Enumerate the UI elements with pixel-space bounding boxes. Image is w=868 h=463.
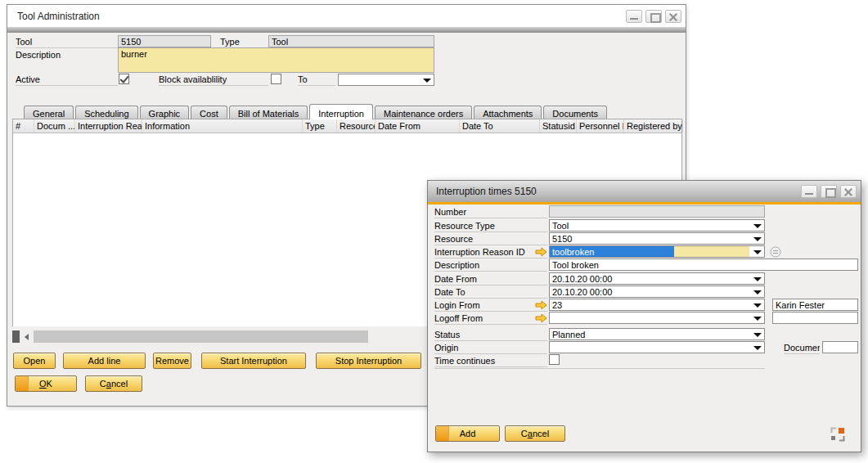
dialog-maximize-icon[interactable] bbox=[821, 185, 837, 198]
add-line-button[interactable]: Add line bbox=[63, 353, 146, 369]
column-header-registered-by[interactable]: Registered by bbox=[624, 119, 683, 133]
dropdown-icon[interactable] bbox=[753, 316, 762, 321]
tab-bar: General Scheduling Graphic Cost Bill of … bbox=[24, 104, 677, 119]
logoff-from-dropdown[interactable] bbox=[549, 312, 765, 324]
tab-maintenance-orders[interactable]: Maintenance orders bbox=[375, 106, 472, 119]
date-to-dropdown[interactable]: 20.10.20 00:00 bbox=[549, 285, 765, 298]
status-label: Status bbox=[434, 330, 547, 341]
dropdown-icon[interactable] bbox=[753, 276, 762, 282]
date-from-dropdown[interactable]: 20.10.20 00:00 bbox=[549, 272, 765, 285]
column-header-information[interactable]: Information bbox=[142, 119, 303, 133]
add-button[interactable]: Add bbox=[435, 425, 500, 442]
dropdown-icon[interactable] bbox=[753, 290, 762, 295]
tab-graphic[interactable]: Graphic bbox=[140, 106, 190, 119]
resource-dropdown[interactable]: 5150 bbox=[549, 232, 765, 245]
ok-button[interactable]: OK bbox=[15, 375, 77, 392]
minimize-icon[interactable] bbox=[626, 10, 642, 23]
dropdown-icon[interactable] bbox=[753, 345, 762, 351]
tab-bill-of-materials[interactable]: Bill of Materials bbox=[229, 106, 308, 119]
form-separator bbox=[434, 368, 765, 369]
link-arrow-icon[interactable] bbox=[535, 247, 547, 257]
dropdown-icon[interactable] bbox=[753, 332, 762, 338]
number-label: Number bbox=[434, 207, 547, 218]
tab-cost[interactable]: Cost bbox=[191, 106, 227, 119]
origin-label: Origin bbox=[434, 343, 547, 354]
dialog-description-label: Description bbox=[434, 260, 547, 272]
column-header-document[interactable]: Docum ... bbox=[34, 119, 75, 133]
resource-value: 5150 bbox=[552, 234, 572, 244]
link-arrow-icon[interactable] bbox=[535, 313, 547, 323]
resource-type-value: Tool bbox=[552, 221, 569, 231]
tab-general[interactable]: General bbox=[24, 106, 74, 119]
document-field[interactable] bbox=[822, 341, 858, 353]
dialog-cancel-label: C bbox=[521, 429, 528, 438]
interruption-reason-id-combo[interactable]: toolbroken bbox=[549, 245, 765, 258]
column-header-date-to[interactable]: Date To bbox=[460, 119, 540, 133]
resource-type-dropdown[interactable]: Tool bbox=[549, 219, 765, 232]
to-dropdown[interactable] bbox=[338, 74, 434, 86]
dialog-title: Interruption times 5150 bbox=[436, 186, 537, 197]
dropdown-icon[interactable] bbox=[753, 223, 762, 229]
logoff-from-label: Logoff From bbox=[434, 313, 547, 325]
block-availability-checkbox[interactable] bbox=[271, 74, 281, 84]
time-continues-label: Time continues bbox=[434, 356, 547, 367]
dropdown-icon[interactable] bbox=[753, 303, 762, 308]
dialog-minimize-icon[interactable] bbox=[801, 185, 817, 198]
titlebar[interactable]: Tool Administration bbox=[7, 5, 686, 27]
resize-grip-icon[interactable] bbox=[830, 427, 845, 442]
interruption-reason-id-label: Interruption Reason ID bbox=[434, 247, 547, 258]
time-continues-checkbox[interactable] bbox=[549, 354, 560, 365]
dialog-titlebar[interactable]: Interruption times 5150 bbox=[428, 181, 861, 202]
interruption-reason-id-value: toolbroken bbox=[550, 246, 674, 257]
start-interruption-button[interactable]: Start Interruption bbox=[201, 353, 306, 369]
date-from-label: Date From bbox=[434, 274, 547, 285]
date-to-label: Date To bbox=[434, 287, 547, 299]
tool-field[interactable]: 5150 bbox=[118, 35, 211, 47]
choose-from-list-icon[interactable] bbox=[770, 246, 781, 259]
tab-attachments[interactable]: Attachments bbox=[474, 106, 542, 119]
tab-documents[interactable]: Documents bbox=[543, 106, 607, 119]
login-from-dropdown[interactable]: 23 bbox=[549, 299, 765, 311]
open-button[interactable]: Open bbox=[13, 353, 56, 369]
scroll-left-icon[interactable] bbox=[21, 330, 32, 343]
column-header-type[interactable]: Type bbox=[303, 119, 337, 133]
reason-field-fill bbox=[674, 246, 749, 257]
window-title: Tool Administration bbox=[17, 11, 100, 22]
login-from-name-field[interactable]: Karin Fester bbox=[772, 299, 858, 311]
description-field[interactable]: burner bbox=[118, 47, 434, 73]
dialog-cancel-button[interactable]: Cancel bbox=[505, 425, 565, 442]
stop-interruption-button[interactable]: Stop Interruption bbox=[316, 353, 421, 369]
scrollbar-corner bbox=[12, 330, 20, 343]
close-icon[interactable] bbox=[665, 10, 681, 23]
tab-scheduling[interactable]: Scheduling bbox=[75, 106, 137, 119]
tab-interruption[interactable]: Interruption bbox=[309, 104, 373, 119]
column-header-date-from[interactable]: Date From bbox=[376, 119, 460, 133]
scrollbar-thumb[interactable] bbox=[34, 330, 368, 343]
dropdown-icon[interactable] bbox=[423, 78, 431, 83]
login-from-value: 23 bbox=[552, 300, 562, 310]
dropdown-icon[interactable] bbox=[753, 249, 762, 255]
date-from-value: 20.10.20 00:00 bbox=[552, 274, 612, 284]
document-label: Document bbox=[784, 343, 820, 354]
logoff-from-name-field[interactable] bbox=[772, 312, 858, 324]
column-header-personnel-id[interactable]: Personnel II bbox=[577, 119, 624, 133]
maximize-icon[interactable] bbox=[645, 10, 662, 23]
dropdown-icon[interactable] bbox=[753, 236, 762, 242]
active-label: Active bbox=[16, 74, 118, 86]
column-header-interruption-reason[interactable]: Interruption Reaso bbox=[75, 119, 142, 133]
column-header-number[interactable]: # bbox=[13, 119, 34, 133]
link-arrow-icon[interactable] bbox=[535, 300, 547, 310]
active-checkbox[interactable] bbox=[119, 74, 129, 84]
column-header-statusid[interactable]: Statusid bbox=[540, 119, 577, 133]
description-label: Description bbox=[16, 50, 118, 61]
block-availability-label: Block availablility bbox=[159, 74, 268, 86]
origin-dropdown[interactable] bbox=[549, 341, 765, 353]
type-label: Type bbox=[220, 37, 261, 48]
dialog-close-icon[interactable] bbox=[840, 185, 857, 198]
cancel-button[interactable]: Cancel bbox=[85, 375, 142, 392]
remove-button[interactable]: Remove bbox=[153, 353, 191, 369]
column-header-resource[interactable]: Resource bbox=[337, 119, 376, 133]
dialog-description-field[interactable]: Tool broken bbox=[549, 258, 858, 271]
status-dropdown[interactable]: Planned bbox=[549, 328, 765, 340]
type-field[interactable]: Tool bbox=[268, 35, 434, 47]
